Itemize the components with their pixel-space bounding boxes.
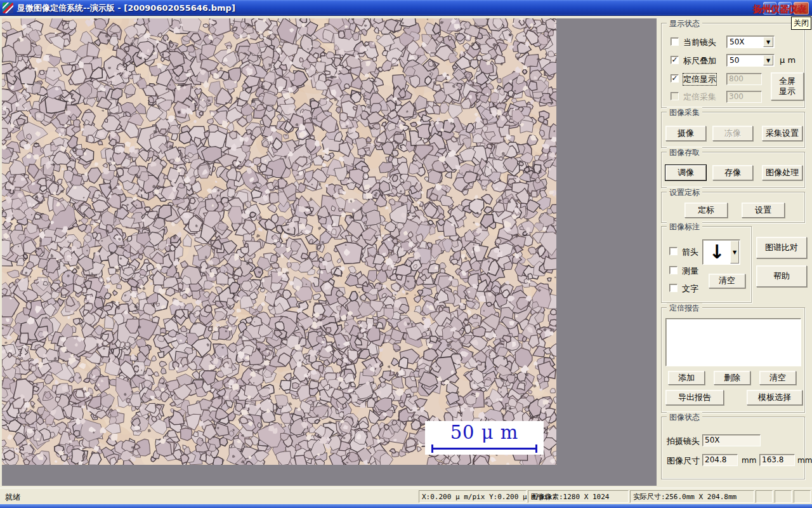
image-viewport: 50 μ m <box>2 18 657 486</box>
clear-annotations-button[interactable]: 清空 <box>709 274 745 288</box>
window-title: 显微图像定倍系统--演示版 - [20090602055646.bmp] <box>17 3 235 14</box>
current-lens-checkbox[interactable] <box>671 37 679 46</box>
template-select-button[interactable]: 模板选择 <box>747 390 802 405</box>
status-image-pixels: 图像像素:1280 X 1024 <box>528 490 629 503</box>
fixed-capture-checkbox <box>671 92 679 100</box>
group-image-status: 图像状态 拍摄镜头 50X 图像尺寸 204.8 mm 163.8 mm <box>661 417 805 479</box>
arrow-label: 箭头 <box>682 246 698 258</box>
scale-value-combobox[interactable]: 50 ▼ <box>726 54 775 67</box>
atlas-compare-button[interactable]: 图谱比对 <box>756 237 807 258</box>
width-unit-label: mm <box>742 456 756 465</box>
scale-overlay-label: 标尺叠加 <box>683 55 716 67</box>
status-empty-panel <box>794 490 811 503</box>
current-lens-label: 当前镜头 <box>683 37 716 48</box>
fixed-capture-field: 300 <box>726 91 762 103</box>
group-title: 显示状态 <box>667 18 702 29</box>
group-title: 图像状态 <box>667 412 702 423</box>
group-acquisition: 图像采集 摄像 冻像 采集设置 <box>661 112 805 148</box>
status-actual-size: 实际尺寸:256.0mm X 204.8mm <box>630 490 754 503</box>
micrograph-image[interactable] <box>2 18 556 465</box>
scalebar-tick-left <box>431 444 433 453</box>
app-icon <box>3 3 13 13</box>
help-button[interactable]: 帮助 <box>756 265 807 287</box>
arrow-style-combobox[interactable]: ↓ ▼ <box>702 239 740 265</box>
fullscreen-button[interactable]: 全屏显示 <box>771 72 804 100</box>
current-lens-value: 50X <box>730 37 745 46</box>
chevron-down-icon[interactable]: ▼ <box>763 55 773 65</box>
height-unit-label: mm <box>797 456 812 465</box>
scalebar-overlay: 50 μ m <box>425 421 544 455</box>
text-checkbox[interactable] <box>669 284 678 292</box>
close-tooltip: 关闭 <box>791 17 811 30</box>
report-add-button[interactable]: 添加 <box>668 371 705 385</box>
group-title: 图像采集 <box>667 107 702 118</box>
scalebar-tick-right <box>535 444 537 453</box>
window-bottom-border <box>0 504 812 508</box>
group-storage: 图像存取 调像 存像 图像处理 <box>661 152 805 188</box>
calibrate-button[interactable]: 定标 <box>684 203 728 218</box>
minimize-button[interactable] <box>763 2 776 15</box>
capture-button[interactable]: 摄像 <box>665 126 706 141</box>
scalebar-label: 50 μ m <box>425 422 544 443</box>
current-lens-combobox[interactable]: 50X ▼ <box>726 36 775 48</box>
scale-overlay-checkbox[interactable]: ✓ <box>671 56 679 64</box>
report-clear-button[interactable]: 清空 <box>759 371 796 385</box>
report-listbox[interactable] <box>665 318 801 366</box>
fixed-display-checkbox[interactable]: ✓ <box>671 74 679 83</box>
minimize-icon <box>766 10 772 12</box>
group-calibration: 设置定标 定标 设置 <box>661 192 805 223</box>
statusbar: 就绪 X:0.200 μ m/pix Y:0.200 μ m/pix 图像像素:… <box>0 488 812 504</box>
group-title: 设置定标 <box>667 187 702 198</box>
capture-settings-button[interactable]: 采集设置 <box>762 126 802 141</box>
restore-button[interactable] <box>778 2 792 15</box>
export-report-button[interactable]: 导出报告 <box>665 390 724 405</box>
restore-icon <box>782 5 789 11</box>
scalebar-line <box>431 448 537 450</box>
measure-checkbox[interactable] <box>669 266 678 274</box>
save-image-button[interactable]: 存像 <box>712 165 753 180</box>
status-pixel-scale: X:0.200 μ m/pix Y:0.200 μ m/pix <box>419 490 527 503</box>
status-empty-panel <box>775 490 792 503</box>
chevron-down-icon[interactable]: ▼ <box>763 37 773 47</box>
fixed-display-field: 800 <box>726 73 762 85</box>
chevron-down-icon[interactable]: ▼ <box>730 241 739 264</box>
measure-label: 测量 <box>682 265 698 277</box>
status-ready: 就绪 <box>5 492 20 503</box>
lens-label: 拍摄镜头 <box>667 436 700 447</box>
group-title: 定倍报告 <box>667 303 702 314</box>
process-image-button[interactable]: 图像处理 <box>762 165 802 180</box>
group-report: 定倍报告 添加 删除 清空 导出报告 模板选择 <box>661 307 805 413</box>
height-value-field: 163.8 <box>759 454 795 466</box>
group-title: 图像标注 <box>667 222 702 232</box>
arrow-checkbox[interactable] <box>669 247 678 255</box>
lens-value-field: 50X <box>702 434 761 446</box>
scale-unit-label: μ m <box>780 55 796 65</box>
close-button[interactable]: × <box>794 2 809 15</box>
fixed-capture-label: 定倍采集 <box>683 91 716 103</box>
group-display-status: 显示状态 当前镜头 50X ▼ ✓ 标尺叠加 50 ▼ μ m ✓ 定倍显示 8… <box>661 23 805 108</box>
down-arrow-icon: ↓ <box>705 240 728 264</box>
close-icon: × <box>797 4 805 13</box>
titlebar[interactable]: 显微图像定倍系统--演示版 - [20090602055646.bmp] <box>0 0 812 16</box>
calibration-settings-button[interactable]: 设置 <box>742 203 785 218</box>
group-title: 图像存取 <box>667 147 702 158</box>
report-delete-button[interactable]: 删除 <box>714 371 750 385</box>
text-label: 文字 <box>682 283 698 295</box>
freeze-button: 冻像 <box>712 126 753 141</box>
load-image-button[interactable]: 调像 <box>665 165 706 180</box>
fixed-display-label: 定倍显示 <box>683 74 716 85</box>
size-label: 图像尺寸 <box>667 455 700 467</box>
status-empty-panel <box>756 490 773 503</box>
width-value-field: 204.8 <box>702 454 738 466</box>
group-annotation: 图像标注 箭头 测量 文字 ↓ ▼ 清空 <box>661 226 752 303</box>
scale-value: 50 <box>730 56 739 65</box>
